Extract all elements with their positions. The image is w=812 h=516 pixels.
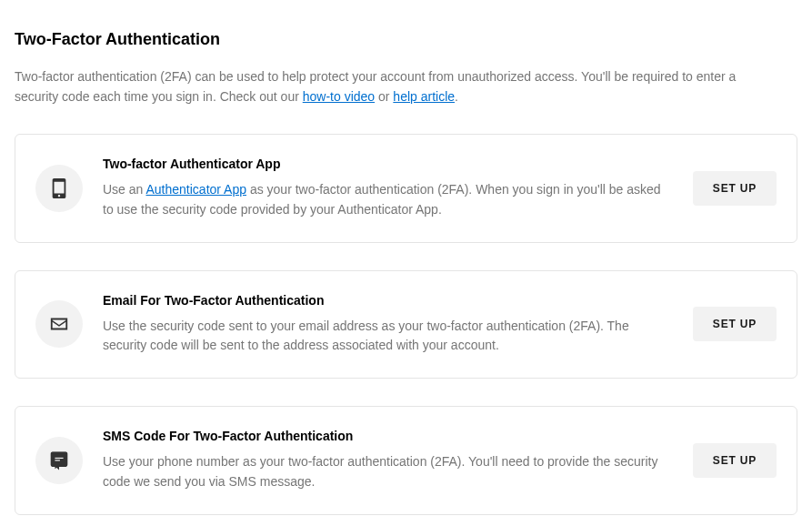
sms-2fa-card: SMS Code For Two-Factor Authentication U… xyxy=(15,406,797,514)
setup-sms-button[interactable]: SET UP xyxy=(693,443,777,478)
authenticator-app-card: Two-factor Authenticator App Use an Auth… xyxy=(15,134,797,242)
sms-2fa-desc: Use your phone number as your two-factor… xyxy=(103,452,673,491)
tablet-icon xyxy=(35,165,83,212)
sms-2fa-body: SMS Code For Two-Factor Authentication U… xyxy=(103,429,673,491)
envelope-icon xyxy=(35,300,83,348)
authenticator-app-desc: Use an Authenticator App as your two-fac… xyxy=(103,180,673,219)
page-title: Two-Factor Authentication xyxy=(15,30,797,49)
authenticator-desc-pre: Use an xyxy=(103,182,145,197)
sms-2fa-title: SMS Code For Two-Factor Authentication xyxy=(103,429,673,443)
sms-icon xyxy=(35,437,83,484)
setup-email-button[interactable]: SET UP xyxy=(693,307,777,341)
authenticator-app-link[interactable]: Authenticator App xyxy=(145,182,246,197)
how-to-video-link[interactable]: how-to video xyxy=(303,89,375,104)
authenticator-app-title: Two-factor Authenticator App xyxy=(103,157,673,171)
intro-part2: or xyxy=(375,89,393,104)
email-2fa-card: Email For Two-Factor Authentication Use … xyxy=(15,270,797,379)
help-article-link[interactable]: help article xyxy=(393,89,455,104)
setup-authenticator-button[interactable]: SET UP xyxy=(693,171,777,206)
authenticator-app-body: Two-factor Authenticator App Use an Auth… xyxy=(103,157,673,219)
email-2fa-desc: Use the security code sent to your email… xyxy=(103,317,673,356)
intro-text: Two-factor authentication (2FA) can be u… xyxy=(15,67,783,106)
email-2fa-body: Email For Two-Factor Authentication Use … xyxy=(103,293,673,356)
email-2fa-title: Email For Two-Factor Authentication xyxy=(103,293,673,308)
intro-part3: . xyxy=(455,89,458,104)
